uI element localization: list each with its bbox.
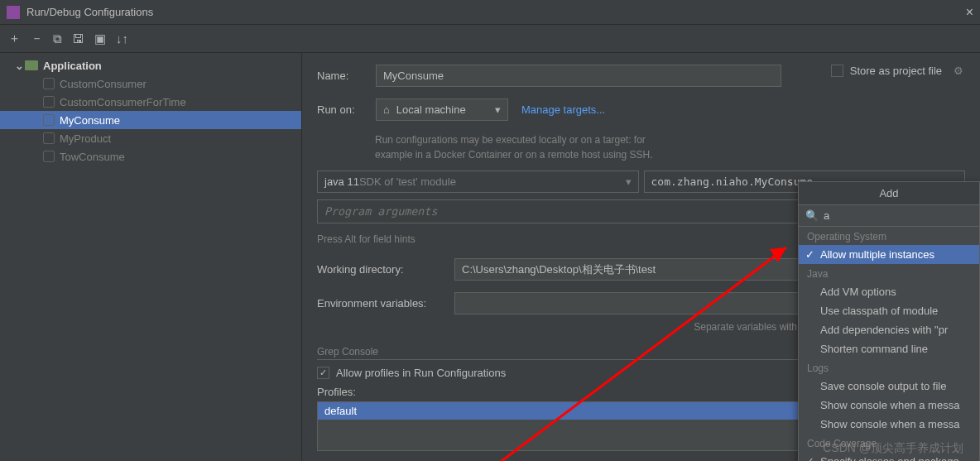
window-title: Run/Debug Configurations [26, 6, 966, 18]
popup-item[interactable]: ✓Specify classes and package [799, 452, 979, 461]
runon-hint: Run configurations may be executed local… [375, 132, 965, 147]
sdk-dropdown[interactable]: java 11 SDK of 'test' module ▾ [317, 170, 639, 193]
name-label: Name: [317, 70, 363, 82]
runon-label: Run on: [317, 103, 363, 116]
popup-category: Operating System [799, 227, 979, 245]
check-icon: ✓ [805, 248, 814, 261]
popup-item[interactable]: Save console output to file [799, 377, 979, 396]
folder-config-icon[interactable]: ▣ [94, 31, 106, 46]
chevron-down-icon: ▾ [626, 175, 632, 188]
runon-hint: example in a Docker Container or on a re… [375, 147, 965, 162]
home-icon: ⌂ [383, 103, 390, 116]
tree-item[interactable]: MyProduct [0, 129, 301, 147]
tree-header-label: Application [43, 60, 102, 72]
popup-item[interactable]: Use classpath of module [799, 301, 979, 320]
remove-config-icon[interactable]: － [31, 31, 43, 46]
chevron-down-icon: ▾ [495, 103, 501, 116]
tree-header-application[interactable]: ⌄ Application [0, 56, 301, 74]
popup-item[interactable]: Show console when a messa [799, 415, 979, 434]
manage-targets-link[interactable]: Manage targets... [521, 103, 605, 116]
gear-icon[interactable]: ⚙ [954, 65, 963, 77]
app-icon [43, 151, 55, 162]
search-icon: 🔍 [805, 209, 819, 222]
popup-item[interactable]: Add dependencies with "pr [799, 320, 979, 339]
check-icon: ✓ [805, 455, 814, 461]
app-icon [43, 132, 55, 144]
runon-dropdown[interactable]: ⌂ Local machine ▾ [376, 98, 508, 121]
popup-item[interactable]: Add VM options [799, 282, 979, 301]
popup-search-input[interactable] [824, 209, 973, 222]
popup-item-allow-multiple[interactable]: ✓Allow multiple instances [799, 245, 979, 264]
add-config-icon[interactable]: ＋ [8, 31, 21, 46]
store-project-label: Store as project file [850, 65, 942, 77]
config-tree: ⌄ Application CustomConsumer CustomConsu… [0, 53, 302, 461]
popup-header: Add [799, 182, 979, 205]
tree-item[interactable]: CustomConsumerForTime [0, 93, 301, 111]
tree-item[interactable]: TowConsume [0, 147, 301, 166]
app-icon [43, 114, 55, 126]
app-icon [43, 96, 55, 108]
tree-item[interactable]: CustomConsumer [0, 74, 301, 93]
popup-category: Java [799, 264, 979, 282]
add-options-popup: Add 🔍 Operating System ✓Allow multiple i… [798, 181, 980, 461]
workdir-label: Working directory: [317, 263, 441, 276]
popup-item[interactable]: Show console when a messa [799, 396, 979, 415]
allow-profiles-checkbox[interactable]: ✓ [317, 367, 329, 379]
name-input[interactable] [376, 65, 781, 87]
store-project-checkbox[interactable] [831, 65, 843, 77]
folder-icon [25, 60, 38, 70]
allow-profiles-label: Allow profiles in Run Configurations [336, 367, 506, 379]
save-config-icon[interactable]: 🖫 [72, 31, 84, 46]
chevron-down-icon: ⌄ [15, 60, 25, 72]
env-label: Environment variables: [317, 297, 441, 310]
close-icon[interactable]: × [966, 5, 973, 20]
popup-category: Logs [799, 358, 979, 377]
popup-category: Code Coverage [799, 434, 979, 452]
runon-value: Local machine [396, 103, 466, 116]
popup-item[interactable]: Shorten command line [799, 339, 979, 358]
tree-item-selected[interactable]: MyConsume [0, 111, 301, 129]
copy-config-icon[interactable]: ⧉ [53, 31, 62, 46]
sort-config-icon[interactable]: ↓↑ [116, 31, 128, 46]
app-icon [43, 78, 55, 89]
app-logo-icon [7, 6, 20, 19]
